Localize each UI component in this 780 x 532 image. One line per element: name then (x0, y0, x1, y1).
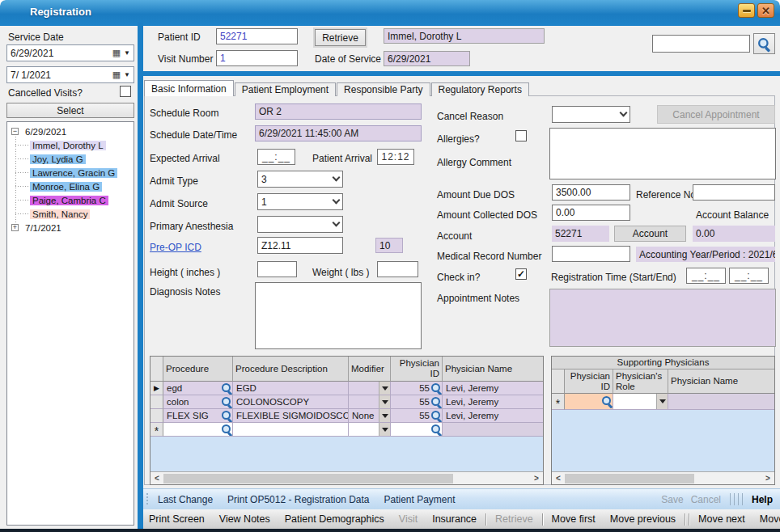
preop-icd-input[interactable]: Z12.11 (257, 237, 343, 254)
procedure-new-row[interactable]: * (150, 423, 543, 437)
service-date-to-picker[interactable]: 7/ 1/2021 ▦ ▼ (6, 66, 134, 83)
tab-regulatory-reports[interactable]: Regulatory Reports (431, 82, 529, 96)
print-screen-button[interactable]: Print Screen (143, 513, 212, 525)
collapse-icon[interactable]: − (11, 128, 19, 135)
tab-patient-employment[interactable]: Patient Employment (235, 82, 336, 96)
service-date-from-picker[interactable]: 6/29/2021 ▦ ▼ (6, 44, 134, 61)
lookup-icon[interactable] (602, 396, 613, 407)
modifier-cell[interactable] (349, 395, 391, 409)
dropdown-button[interactable] (656, 394, 668, 409)
dropdown-button[interactable] (379, 409, 390, 422)
procedure-cell[interactable]: egd (163, 382, 233, 395)
col-physician-name[interactable]: Physician Name (443, 357, 543, 382)
view-notes-button[interactable]: View Notes (212, 513, 278, 525)
scroll-left-icon[interactable]: < (552, 474, 565, 483)
reference-no-input[interactable] (693, 184, 775, 201)
registration-start-input[interactable]: __:__ (686, 268, 726, 284)
visit-number-input[interactable]: 1 (216, 50, 298, 66)
tree-item-patient[interactable]: Smith, Nancy (7, 207, 134, 221)
dropdown-button[interactable] (379, 395, 390, 408)
allergy-comment-textarea[interactable] (549, 128, 776, 179)
cancel-button[interactable]: Cancel (691, 494, 728, 505)
tree-item-patient[interactable]: Paige, Cambria C (7, 193, 134, 207)
procedure-cell[interactable]: FLEX SIG (163, 409, 233, 423)
admit-type-select[interactable]: 3 (257, 171, 343, 188)
diagnosis-notes-textarea[interactable] (255, 282, 422, 349)
calendar-icon[interactable]: ▦ (112, 49, 121, 57)
appointment-tree[interactable]: − 6/29/2021 Immel, Dorothy L Joy, Lydia … (6, 121, 134, 526)
expand-icon[interactable]: + (11, 224, 19, 231)
move-first-button[interactable]: Move first (545, 513, 603, 525)
save-button[interactable]: Save (654, 494, 690, 505)
calendar-icon[interactable]: ▦ (112, 70, 121, 79)
cancel-appointment-button[interactable]: Cancel Appointment (657, 105, 775, 124)
allergies-checkbox[interactable] (515, 130, 527, 141)
last-change-button[interactable]: Last Change (150, 494, 220, 505)
cancel-reason-select[interactable] (552, 106, 630, 123)
supporting-hscrollbar[interactable]: < > (552, 471, 774, 484)
retrieve-nav-button[interactable]: Retrieve (488, 513, 540, 525)
tree-item-patient[interactable]: Joy, Lydia G (7, 152, 134, 166)
expected-arrival-input[interactable]: __:__ (257, 149, 295, 165)
scroll-right-icon[interactable]: > (530, 474, 543, 483)
physician-id-cell[interactable]: 55 (391, 395, 443, 409)
tree-item-patient[interactable]: Monroe, Elina G (7, 179, 134, 193)
description-cell[interactable]: FLEXIBLE SIGMOIDOSCOPY (233, 409, 349, 423)
move-last-button[interactable]: Move last (752, 513, 780, 525)
physician-role-cell[interactable] (613, 394, 668, 410)
visit-button[interactable]: Visit (392, 513, 425, 525)
mrn-input[interactable] (552, 246, 630, 262)
tab-basic-information[interactable]: Basic Information (144, 80, 234, 96)
tab-responsible-party[interactable]: Responsible Party (337, 82, 430, 96)
dropdown-button[interactable] (379, 423, 390, 436)
physician-name-cell[interactable]: Levi, Jeremy (443, 409, 543, 423)
admit-source-select[interactable]: 1 (257, 193, 343, 210)
modifier-cell[interactable]: None (349, 409, 391, 423)
chevron-down-icon[interactable]: ▼ (124, 71, 130, 78)
retrieve-button[interactable]: Retrieve (315, 29, 366, 46)
dropdown-button[interactable] (379, 382, 390, 395)
check-in-checkbox[interactable]: ✓ (515, 268, 527, 280)
amount-due-input[interactable]: 3500.00 (552, 184, 630, 201)
scroll-left-icon[interactable]: < (150, 474, 163, 483)
height-input[interactable] (257, 261, 297, 277)
minimize-button[interactable] (738, 3, 755, 18)
col-physician-role[interactable]: Physician's Role (613, 369, 668, 394)
primary-anesthesia-select[interactable] (257, 216, 343, 233)
physician-id-cell[interactable]: 55 (391, 382, 443, 395)
description-cell[interactable] (233, 423, 349, 437)
procedure-cell[interactable] (163, 423, 233, 437)
lookup-icon[interactable] (431, 397, 442, 407)
amount-collected-input[interactable]: 0.00 (552, 205, 630, 221)
modifier-cell[interactable] (349, 423, 391, 437)
procedure-cell[interactable]: colon (163, 395, 233, 409)
lookup-icon[interactable] (222, 383, 232, 394)
tree-group-date[interactable]: − 6/29/2021 (7, 125, 134, 138)
procedure-row[interactable]: colon COLONOSCOPY 55 Levi, Jeremy (150, 395, 543, 409)
scroll-thumb[interactable] (565, 474, 694, 483)
lookup-icon[interactable] (431, 383, 442, 394)
col-modifier[interactable]: Modifier (349, 357, 391, 382)
procedure-row[interactable]: FLEX SIG FLEXIBLE SIGMOIDOSCOPY None 55 … (150, 409, 543, 423)
physician-name-cell[interactable]: Levi, Jeremy (443, 395, 543, 409)
lookup-icon[interactable] (431, 411, 442, 421)
select-button[interactable]: Select (6, 103, 134, 118)
col-physician-name[interactable]: Physician Name (668, 369, 774, 394)
physician-name-cell[interactable]: Levi, Jeremy (443, 382, 543, 395)
patient-search-button[interactable] (753, 33, 775, 54)
chevron-down-icon[interactable]: ▼ (124, 49, 130, 57)
insurance-button[interactable]: Insurance (425, 513, 484, 525)
lookup-icon[interactable] (431, 424, 442, 435)
tree-item-patient[interactable]: Immel, Dorothy L (7, 138, 134, 152)
tree-item-patient[interactable]: Lawrence, Gracin G (7, 166, 134, 179)
col-procedure-description[interactable]: Procedure Description (233, 357, 349, 382)
print-op5012-button[interactable]: Print OP5012 - Registration Data (220, 494, 376, 505)
preop-icd-link[interactable]: Pre-OP ICD (150, 242, 201, 253)
lookup-icon[interactable] (222, 424, 232, 435)
physician-id-cell[interactable] (565, 394, 613, 410)
patient-payment-button[interactable]: Patient Payment (376, 494, 462, 505)
help-button[interactable]: Help (744, 494, 780, 505)
modifier-cell[interactable] (349, 382, 391, 395)
tree-group-date[interactable]: + 7/1/2021 (7, 221, 134, 234)
physician-id-cell[interactable] (391, 423, 443, 437)
